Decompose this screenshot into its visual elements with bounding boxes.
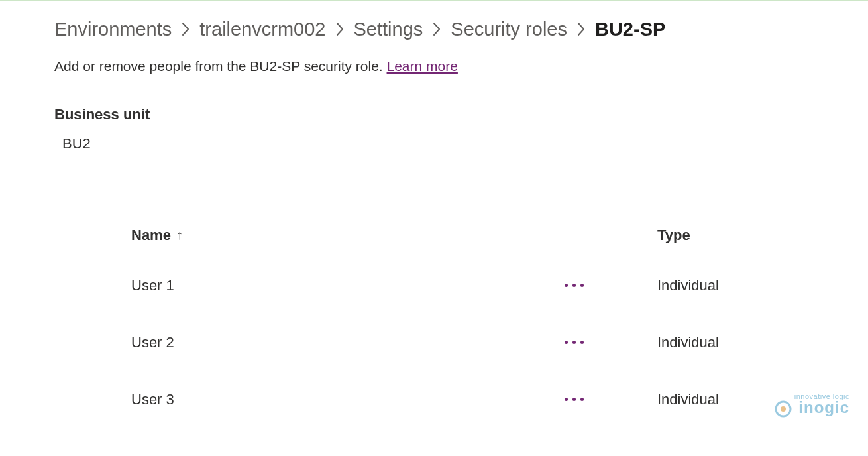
cell-type: Individual [657,391,719,408]
more-horizontal-icon [565,284,584,287]
row-more-actions[interactable] [565,398,657,401]
breadcrumb-settings[interactable]: Settings [354,16,423,42]
members-table: Name ↑ Type User 1 Individual User 2 Ind… [54,213,853,428]
table-row[interactable]: User 3 Individual [54,371,853,428]
business-unit-value: BU2 [54,135,868,152]
breadcrumb: Environments trailenvcrm002 Settings Sec… [54,16,868,42]
page-description: Add or remove people from the BU2-SP sec… [54,58,868,74]
column-header-name-label: Name [131,227,171,244]
description-text: Add or remove people from the BU2-SP sec… [54,58,387,74]
table-row[interactable]: User 1 Individual [54,257,853,314]
chevron-right-icon [181,21,190,37]
learn-more-link[interactable]: Learn more [387,58,458,74]
more-horizontal-icon [565,398,584,401]
table-row[interactable]: User 2 Individual [54,314,853,371]
column-header-name[interactable]: Name ↑ [54,227,565,244]
row-more-actions[interactable] [565,341,657,344]
chevron-right-icon [335,21,345,37]
table-header-row: Name ↑ Type [54,213,853,257]
breadcrumb-environment-name[interactable]: trailenvcrm002 [199,16,325,42]
chevron-right-icon [576,21,586,37]
page-content: Environments trailenvcrm002 Settings Sec… [0,1,868,428]
cell-name: User 1 [54,277,565,294]
cell-name: User 3 [54,391,565,408]
sort-ascending-icon: ↑ [176,227,183,243]
breadcrumb-current: BU2-SP [595,16,665,42]
breadcrumb-environments[interactable]: Environments [54,16,172,42]
column-header-type[interactable]: Type [657,227,690,244]
cell-type: Individual [657,277,719,294]
row-more-actions[interactable] [565,284,657,287]
business-unit-section: Business unit BU2 [54,106,868,152]
cell-name: User 2 [54,334,565,351]
business-unit-label: Business unit [54,106,868,123]
chevron-right-icon [432,21,441,37]
more-horizontal-icon [565,341,584,344]
breadcrumb-security-roles[interactable]: Security roles [451,16,567,42]
cell-type: Individual [657,334,719,351]
